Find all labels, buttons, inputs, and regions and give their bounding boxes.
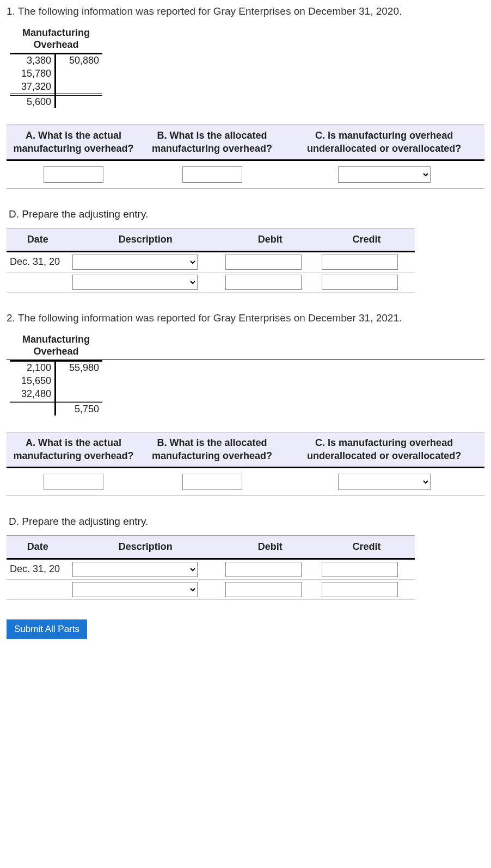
- q2-journal-table: Date Description Debit Credit Dec. 31, 2…: [7, 535, 415, 600]
- t-debit-row: 37,320: [10, 80, 54, 94]
- t-credit-row: [56, 67, 102, 80]
- t-debit-total: 5,600: [10, 94, 54, 108]
- q2-desc-select-2[interactable]: [72, 582, 198, 597]
- submit-all-button[interactable]: Submit All Parts: [7, 619, 87, 639]
- t-credit-row: [56, 388, 102, 401]
- q1-journal-date: Dec. 31, 20: [7, 251, 69, 272]
- q1-desc-select-1[interactable]: [72, 255, 198, 270]
- col-b-header: B. What is the allocated manufacturing o…: [140, 125, 284, 160]
- q1-abc-table: A. What is the actual manufacturing over…: [7, 125, 484, 189]
- t-credit-row: [56, 375, 102, 388]
- jh-desc: Description: [69, 535, 222, 559]
- q1-intro: 1. The following information was reporte…: [7, 5, 484, 17]
- q2-actual-input[interactable]: [44, 474, 103, 490]
- col-c-header: C. Is manufacturing overhead underalloca…: [284, 125, 484, 160]
- q2-t-account-body: 2,100 15,650 32,480 55,980 5,750: [10, 360, 484, 416]
- t-account-title: Manufacturing Overhead: [10, 334, 102, 357]
- q2-credit-input-2[interactable]: [322, 582, 398, 597]
- jh-date: Date: [7, 228, 69, 251]
- q1-credit-input-1[interactable]: [322, 255, 398, 270]
- q1-desc-select-2[interactable]: [72, 275, 198, 290]
- q1-debit-input-2[interactable]: [225, 275, 302, 290]
- jh-desc: Description: [69, 228, 222, 251]
- t-credit-row: 50,880: [56, 54, 102, 67]
- q1-d-label: D. Prepare the adjusting entry.: [9, 208, 484, 220]
- q1-journal-table: Date Description Debit Credit Dec. 31, 2…: [7, 228, 415, 293]
- t-debit-row: 15,650: [10, 375, 54, 388]
- q2-journal-date: Dec. 31, 20: [7, 559, 69, 579]
- jh-credit: Credit: [318, 228, 415, 251]
- col-a-header: A. What is the actual manufacturing over…: [7, 125, 140, 160]
- q1-allocated-input[interactable]: [182, 166, 242, 183]
- q2-debit-input-1[interactable]: [225, 562, 302, 577]
- t-debit-total: [10, 401, 54, 414]
- t-debit-row: 3,380: [10, 54, 54, 67]
- jh-debit: Debit: [222, 228, 318, 251]
- q1-t-account: Manufacturing Overhead 3,380 15,780 37,3…: [10, 27, 484, 108]
- q2-allocated-input[interactable]: [182, 474, 242, 490]
- jh-date: Date: [7, 535, 69, 559]
- q2-debit-input-2[interactable]: [225, 582, 302, 597]
- q1-journal-date-2: [7, 272, 69, 292]
- q2-desc-select-1[interactable]: [72, 562, 198, 577]
- t-credit-total: 5,750: [56, 401, 102, 416]
- q1-alloc-status-select[interactable]: [338, 166, 431, 183]
- col-c-header: C. Is manufacturing overhead underalloca…: [284, 432, 484, 468]
- t-credit-row: 55,980: [56, 362, 102, 375]
- col-a-header: A. What is the actual manufacturing over…: [7, 432, 140, 468]
- t-credit-total: [56, 94, 102, 107]
- q2-d-label: D. Prepare the adjusting entry.: [9, 516, 484, 528]
- q2-t-account: Manufacturing Overhead: [10, 334, 484, 357]
- col-b-header: B. What is the allocated manufacturing o…: [140, 432, 284, 468]
- q2-alloc-status-select[interactable]: [338, 474, 431, 490]
- t-account-title: Manufacturing Overhead: [10, 27, 102, 51]
- t-debit-row: 15,780: [10, 67, 54, 80]
- q1-debit-input-1[interactable]: [225, 255, 302, 270]
- q2-credit-input-1[interactable]: [322, 562, 398, 577]
- t-debit-row: 2,100: [10, 362, 54, 375]
- t-credit-row: [56, 80, 102, 94]
- q1-credit-input-2[interactable]: [322, 275, 398, 290]
- q1-actual-input[interactable]: [44, 166, 103, 183]
- jh-debit: Debit: [222, 535, 318, 559]
- q2-journal-date-2: [7, 579, 69, 599]
- q2-abc-table: A. What is the actual manufacturing over…: [7, 432, 484, 496]
- q2-intro: 2. The following information was reporte…: [7, 312, 484, 324]
- jh-credit: Credit: [318, 535, 415, 559]
- t-debit-row: 32,480: [10, 388, 54, 401]
